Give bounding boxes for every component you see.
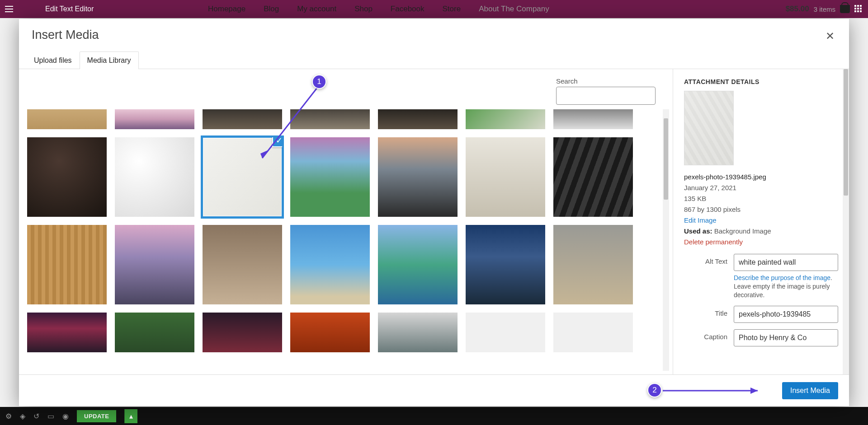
attachment-details-panel: ATTACHMENT DETAILS pexels-photo-1939485.… [673, 69, 849, 374]
history-icon[interactable]: ↺ [33, 412, 39, 420]
site-nav: Homepage Blog My account Shop Facebook S… [181, 0, 868, 18]
caption-label: Caption [684, 329, 734, 341]
media-thumb[interactable] [27, 313, 107, 352]
media-thumb[interactable] [27, 109, 107, 129]
media-thumb[interactable] [378, 137, 458, 217]
update-button[interactable]: UPDATE [77, 410, 116, 422]
media-thumb[interactable] [203, 109, 282, 129]
title-label: Title [684, 306, 734, 317]
media-thumb[interactable] [115, 313, 194, 352]
attachment-preview [684, 91, 734, 165]
attachment-filename: pexels-photo-1939485.jpeg [684, 172, 838, 182]
hamburger-icon[interactable] [0, 0, 18, 18]
media-thumb[interactable] [115, 225, 194, 304]
attachment-info: pexels-photo-1939485.jpeg January 27, 20… [684, 172, 838, 248]
media-thumb[interactable] [553, 137, 633, 217]
desktop-icon[interactable]: ▭ [47, 412, 54, 420]
alt-text-input[interactable] [734, 254, 838, 271]
media-thumb-selected[interactable]: ✓ [203, 137, 282, 217]
thumbs-scrollbar[interactable] [663, 109, 669, 371]
used-as-value: Background Image [714, 227, 771, 235]
modal-tabs: Upload files Media Library [19, 51, 849, 69]
delete-permanently-link[interactable]: Delete permanently [684, 238, 743, 246]
annotation-badge-2: 2 [647, 383, 662, 397]
tab-upload-files[interactable]: Upload files [26, 51, 80, 69]
edit-image-link[interactable]: Edit Image [684, 216, 717, 224]
media-thumb[interactable] [115, 109, 194, 129]
layers-icon[interactable]: ◈ [20, 412, 25, 420]
media-thumb[interactable] [466, 225, 545, 304]
cart-items: 3 items [814, 5, 835, 13]
attachment-heading: ATTACHMENT DETAILS [684, 78, 838, 85]
gear-icon[interactable]: ⚙ [5, 412, 12, 420]
attachment-date: January 27, 2021 [684, 182, 838, 193]
media-browser: Search ✓ [19, 69, 673, 374]
media-thumb[interactable] [115, 137, 194, 217]
thumbnail-grid: ✓ [27, 109, 669, 357]
editor-title: Edit Text Editor [45, 5, 94, 13]
insert-media-button[interactable]: Insert Media [782, 382, 838, 399]
tab-media-library[interactable]: Media Library [80, 51, 139, 69]
search-input[interactable] [556, 87, 656, 105]
modal-footer: Insert Media [19, 374, 849, 406]
nav-link[interactable]: Store [443, 5, 461, 14]
update-dropdown[interactable]: ▴ [124, 409, 137, 423]
alt-help-link[interactable]: Describe the purpose of the image [734, 274, 830, 281]
used-as-label: Used as: [684, 227, 712, 235]
media-thumb[interactable] [290, 225, 370, 304]
annotation-badge-1: 1 [312, 75, 326, 89]
attachment-dimensions: 867 by 1300 pixels [684, 204, 838, 215]
media-thumb[interactable] [290, 137, 370, 217]
cart-price: $85.00 [786, 5, 809, 14]
insert-media-modal: Insert Media ✕ Upload files Media Librar… [19, 19, 849, 406]
nav-link[interactable]: Homepage [208, 5, 245, 14]
media-thumb[interactable] [466, 137, 545, 217]
close-icon[interactable]: ✕ [824, 28, 836, 44]
nav-link[interactable]: Shop [354, 5, 373, 14]
media-thumb[interactable] [290, 109, 370, 129]
search-label: Search [556, 77, 656, 85]
nav-link[interactable]: About The Company [479, 5, 549, 14]
nav-link[interactable]: My account [297, 5, 336, 14]
media-thumb[interactable] [378, 225, 458, 304]
eye-icon[interactable]: ◉ [62, 412, 69, 420]
alt-text-label: Alt Text [684, 254, 734, 265]
media-thumb[interactable] [466, 109, 545, 129]
basket-icon [840, 5, 850, 13]
media-thumb[interactable] [203, 225, 282, 304]
check-icon: ✓ [272, 137, 282, 147]
cart-summary[interactable]: $85.00 3 items [786, 5, 850, 14]
sidebar-scrollbar[interactable] [843, 69, 849, 374]
media-thumb[interactable] [553, 313, 633, 352]
alt-text-help: Describe the purpose of the image. Leave… [734, 274, 838, 299]
media-thumb[interactable] [27, 225, 107, 304]
thumbnails-scroll[interactable]: ✓ [27, 109, 669, 371]
media-thumb[interactable] [553, 225, 633, 304]
nav-link[interactable]: Facebook [391, 5, 425, 14]
media-thumb[interactable] [290, 313, 370, 352]
caption-input[interactable] [734, 329, 838, 346]
media-thumb[interactable] [27, 137, 107, 217]
media-thumb[interactable] [378, 109, 458, 129]
media-thumb[interactable] [466, 313, 545, 352]
media-thumb[interactable] [203, 313, 282, 352]
media-thumb[interactable] [553, 109, 633, 129]
modal-title: Insert Media [32, 28, 99, 42]
media-thumb[interactable] [378, 313, 458, 352]
editor-bottom-bar: ⚙ ◈ ↺ ▭ ◉ UPDATE ▴ [0, 407, 868, 425]
modal-header: Insert Media ✕ [19, 19, 849, 48]
nav-link[interactable]: Blog [264, 5, 279, 14]
attachment-size: 135 KB [684, 193, 838, 204]
title-input[interactable] [734, 306, 838, 323]
